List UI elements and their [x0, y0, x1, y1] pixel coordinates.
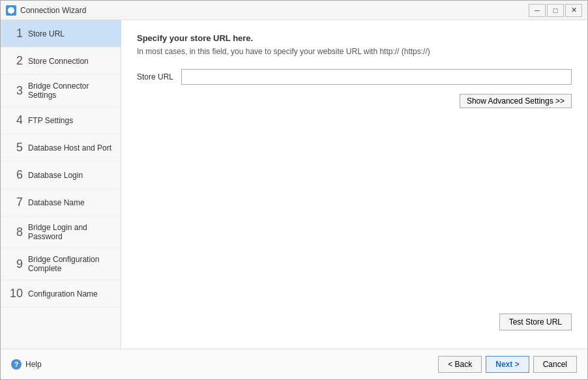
- minimize-button[interactable]: ─: [529, 4, 546, 17]
- main-window: Connection Wizard ─ □ ✕ 1Store URL2Store…: [0, 0, 588, 380]
- step-label: Configuration Name: [28, 289, 98, 299]
- step-number: 5: [8, 141, 23, 154]
- step-number: 8: [8, 226, 23, 239]
- show-advanced-button[interactable]: Show Advanced Settings >>: [460, 94, 572, 108]
- sidebar-item-store-url[interactable]: 1Store URL: [1, 20, 121, 48]
- cancel-button[interactable]: Cancel: [533, 356, 577, 373]
- advanced-area: Show Advanced Settings >>: [137, 94, 572, 112]
- step-label: Bridge Connector Settings: [28, 81, 113, 100]
- step-label: Database Host and Port: [28, 143, 111, 153]
- sidebar-item-ftp-settings[interactable]: 4FTP Settings: [1, 107, 121, 134]
- step-number: 3: [8, 84, 23, 98]
- help-label: Help: [25, 360, 42, 369]
- spacer: [137, 112, 572, 314]
- help-icon[interactable]: ?: [11, 359, 22, 370]
- step-label: FTP Settings: [28, 116, 73, 125]
- store-url-input[interactable]: [181, 69, 572, 85]
- step-label: Bridge Configuration Complete: [28, 255, 113, 273]
- test-store-url-button[interactable]: Test Store URL: [499, 314, 572, 330]
- titlebar-left: Connection Wizard: [6, 5, 86, 16]
- window-title: Connection Wizard: [20, 6, 86, 15]
- sidebar-item-database-login[interactable]: 6Database Login: [1, 162, 121, 189]
- sidebar-item-bridge-configuration-complete[interactable]: 9Bridge Configuration Complete: [1, 248, 121, 280]
- footer-left: ? Help: [11, 359, 42, 370]
- step-number: 7: [8, 196, 23, 209]
- sidebar-item-configuration-name[interactable]: 10Configuration Name: [1, 280, 121, 308]
- close-button[interactable]: ✕: [565, 4, 582, 17]
- main-panel: Specify your store URL here. In most cas…: [121, 20, 587, 349]
- step-number: 2: [8, 54, 23, 68]
- step-number: 10: [8, 287, 23, 300]
- sidebar: 1Store URL2Store Connection3Bridge Conne…: [1, 20, 121, 349]
- store-url-label: Store URL: [137, 72, 176, 81]
- titlebar-controls: ─ □ ✕: [529, 4, 582, 17]
- store-url-row: Store URL: [137, 69, 572, 85]
- footer-right: < Back Next > Cancel: [438, 356, 577, 373]
- titlebar: Connection Wizard ─ □ ✕: [1, 1, 587, 20]
- step-label: Database Name: [28, 198, 85, 207]
- sidebar-item-bridge-connector-settings[interactable]: 3Bridge Connector Settings: [1, 75, 121, 107]
- maximize-button[interactable]: □: [547, 4, 564, 17]
- step-label: Store URL: [28, 29, 65, 38]
- main-description: In most cases, in this field, you have t…: [137, 47, 572, 56]
- svg-point-0: [8, 7, 14, 14]
- step-number: 9: [8, 257, 23, 271]
- step-label: Database Login: [28, 171, 83, 180]
- step-number: 6: [8, 168, 23, 182]
- sidebar-item-bridge-login-and-password[interactable]: 8Bridge Login and Password: [1, 216, 121, 248]
- back-button[interactable]: < Back: [438, 356, 482, 373]
- step-label: Store Connection: [28, 57, 89, 66]
- main-title: Specify your store URL here.: [137, 33, 572, 43]
- sidebar-item-database-name[interactable]: 7Database Name: [1, 189, 121, 216]
- app-icon: [6, 5, 16, 16]
- step-number: 4: [8, 113, 23, 127]
- step-number: 1: [8, 27, 23, 40]
- step-label: Bridge Login and Password: [28, 223, 113, 241]
- next-button[interactable]: Next >: [486, 356, 529, 373]
- sidebar-item-store-connection[interactable]: 2Store Connection: [1, 48, 121, 75]
- footer: ? Help < Back Next > Cancel: [1, 349, 587, 379]
- content-area: 1Store URL2Store Connection3Bridge Conne…: [1, 20, 587, 349]
- sidebar-item-database-host-and-port[interactable]: 5Database Host and Port: [1, 134, 121, 162]
